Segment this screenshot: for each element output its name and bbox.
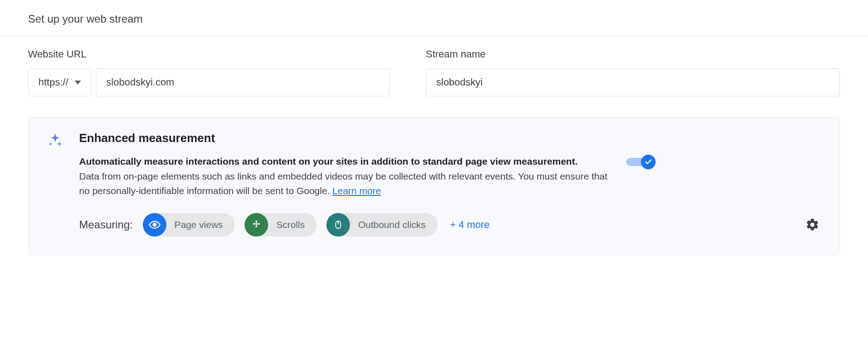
gear-icon [805,218,820,232]
mouse-icon [326,213,350,237]
enhanced-description-bold: Automatically measure interactions and c… [79,156,578,166]
stream-name-label: Stream name [426,48,840,60]
chevron-down-icon [75,81,81,85]
measuring-row: Measuring: Page views Scrolls [79,213,821,237]
chip-outbound-clicks: Outbound clicks [326,213,437,237]
website-url-label: Website URL [28,48,390,60]
protocol-select[interactable]: https:// [28,68,91,96]
move-icon [245,213,268,237]
svg-point-0 [153,223,156,226]
enhanced-description-row: Automatically measure interactions and c… [79,154,821,199]
chip-scrolls-label: Scrolls [276,219,305,230]
eye-icon [143,213,166,237]
stream-name-input[interactable] [426,68,840,96]
protocol-value: https:// [38,76,68,88]
chip-outbound-label: Outbound clicks [358,219,425,230]
chip-scrolls: Scrolls [245,213,316,237]
settings-button[interactable] [803,216,821,234]
page-title: Set up your web stream [0,0,868,36]
enhanced-measurement-body: Enhanced measurement Automatically measu… [79,131,821,237]
enhanced-measurement-title: Enhanced measurement [79,131,821,145]
learn-more-link[interactable]: Learn more [332,185,381,196]
chip-page-views-label: Page views [175,219,223,230]
measuring-label: Measuring: [79,218,133,231]
stream-name-field-group: Stream name [426,48,840,96]
enhanced-measurement-card: Enhanced measurement Automatically measu… [28,117,840,255]
chip-page-views: Page views [143,213,235,237]
more-chips-link[interactable]: + 4 more [450,219,490,231]
enhanced-measurement-toggle[interactable] [626,155,654,169]
url-input-row: https:// [28,68,390,96]
toggle-knob-check-icon [641,155,656,169]
sparkle-icon [47,131,64,149]
website-url-field-group: Website URL https:// [28,48,390,96]
enhanced-description: Automatically measure interactions and c… [79,154,608,199]
form-row: Website URL https:// Stream name [28,48,840,96]
content-area: Website URL https:// Stream name Enhance… [0,36,868,268]
website-url-input[interactable] [96,68,390,96]
